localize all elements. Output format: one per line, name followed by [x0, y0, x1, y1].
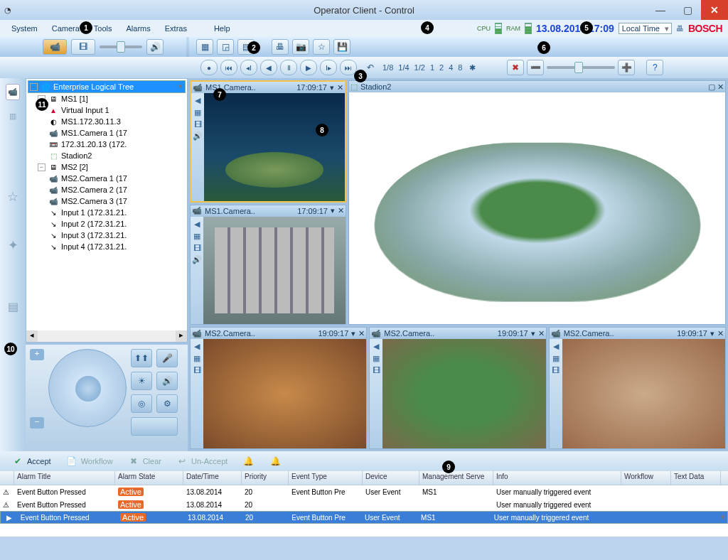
titlebar: ◔ Operator Client - Control — ▢ ✕ [0, 0, 728, 20]
menubar: System Camera Tools Alarms Extras Help C… [0, 20, 728, 37]
tree-item[interactable]: MS1.172.30.11.3 [61, 117, 121, 126]
minimize-button[interactable]: — [647, 0, 674, 20]
app-icon: ◔ [4, 6, 11, 15]
record-button[interactable]: ● [200, 60, 218, 75]
ptz-speaker[interactable]: 🔊 [156, 372, 178, 390]
ptz-plus-button[interactable]: + [30, 349, 44, 360]
tree-item[interactable]: Virtual Input 1 [61, 106, 109, 114]
tree-ms2[interactable]: MS2 [2] [61, 163, 88, 171]
tree-item[interactable]: Input 2 (172.31.21. [61, 220, 127, 228]
alarm-row[interactable]: ⚠Event Button PressedActive13.08.201420U… [0, 498, 728, 511]
live-mode-button[interactable]: 📹 [43, 39, 67, 55]
menu-system[interactable]: System [6, 23, 43, 34]
unaccept-button[interactable]: ↩Un-Accept [170, 453, 233, 469]
tab-ptz-icon[interactable]: ✦ [8, 237, 18, 253]
alarm-grid[interactable]: Alarm Title Alarm State Date/Time Priori… [0, 471, 728, 537]
ram-gauge [525, 23, 532, 34]
ptz-preset-select[interactable] [131, 417, 178, 436]
video-pane-5[interactable]: 📹MS2.Camera..19:09:17▾✕ ◀▦🎞 [369, 327, 546, 449]
video-pane-4[interactable]: 📹MS2.Camera..19:09:17▾✕ ◀▦🎞 [190, 327, 367, 449]
menu-alarms[interactable]: Alarms [121, 23, 156, 34]
tree-item[interactable]: Input 4 (172.31.21. [61, 242, 127, 251]
close-button[interactable]: ✕ [701, 0, 728, 20]
ptz-preset[interactable]: ◎ [131, 394, 152, 413]
tab-cameras-icon[interactable]: 📹 [6, 84, 20, 100]
speed-ticks[interactable]: 1/81/41/21248 [382, 63, 462, 72]
callout-1: 1 [80, 21, 92, 34]
snapshot-button[interactable]: 📷 [292, 39, 309, 55]
tree-item[interactable]: MS2.Camera 2 (17 [61, 185, 127, 194]
tree-ms1[interactable]: MS1 [1] [61, 95, 88, 103]
ptz-zoom-in[interactable]: ⬆⬆ [131, 349, 152, 367]
cpu-gauge [495, 23, 502, 34]
callout-11: 11 [36, 98, 48, 111]
remove-pane-button[interactable]: ✖ [507, 60, 524, 75]
bell-button[interactable]: 🔔 [263, 453, 287, 469]
video-pane-1[interactable]: 📹MS1.Camera..17:09:17▾✕ ◀▦🎞🔊 [190, 80, 346, 203]
ptz-iris-open[interactable]: ☀ [131, 372, 152, 390]
tree-item[interactable]: Input 3 (172.31.21. [61, 231, 127, 239]
callout-9: 9 [442, 461, 455, 473]
ptz-aux[interactable]: ⚙ [156, 394, 178, 413]
tree-hscroll[interactable]: ◂▸ [26, 330, 187, 342]
ptz-joystick[interactable] [48, 349, 127, 427]
callout-10: 10 [4, 343, 17, 355]
tab-favorites-icon[interactable]: ☆ [7, 189, 18, 205]
maximize-button[interactable]: ▢ [674, 0, 701, 20]
callout-8: 8 [316, 124, 328, 136]
replay-icon[interactable]: ↶ [367, 63, 374, 72]
callout-5: 5 [580, 21, 593, 34]
print-icon[interactable]: 🖶 [676, 24, 684, 33]
callout-3: 3 [354, 70, 367, 82]
step-back-button[interactable]: ◂Ⅰ [240, 60, 257, 75]
fewer-panes-button[interactable]: ➖ [527, 60, 544, 75]
timezone-select[interactable]: Local Time [619, 23, 672, 34]
callout-2: 2 [247, 41, 260, 54]
playback-mode-button[interactable]: 🎞 [71, 39, 95, 55]
tab-list-icon[interactable]: ▤ [8, 300, 18, 313]
brand-logo: BOSCH [688, 23, 722, 34]
layout-button-1[interactable]: ▦ [196, 39, 213, 55]
print-button[interactable]: 🖶 [272, 39, 289, 55]
tree-item[interactable]: MS2.Camera 1 (17 [61, 174, 127, 183]
tree-item[interactable]: Input 1 (172.31.21. [61, 208, 127, 217]
play-button[interactable]: ▶ [300, 60, 317, 75]
play-back-button[interactable]: ◀ [260, 60, 277, 75]
clear-button[interactable]: ✖Clear [122, 453, 167, 469]
map-pane-stadion2[interactable]: ⬚Stadion2▢ ✕ [348, 80, 726, 325]
tree-item[interactable]: MS1.Camera 1 (17 [61, 129, 127, 137]
video-pane-6[interactable]: 📹MS2.Camera..19:09:17▾✕ ◀▦🎞 [549, 327, 726, 449]
event-button[interactable]: 🔔 [236, 453, 260, 469]
tree-item[interactable]: 172.31.20.13 (172. [61, 140, 127, 149]
workflow-button[interactable]: 📄Workflow [60, 453, 119, 469]
pane-count-slider[interactable] [547, 66, 615, 69]
alarm-grid-header: Alarm Title Alarm State Date/Time Priori… [0, 471, 728, 485]
pause-button[interactable]: Ⅱ [280, 60, 297, 75]
menu-help[interactable]: Help [208, 23, 236, 34]
help-button[interactable]: ? [646, 60, 663, 75]
ptz-minus-button[interactable]: − [30, 417, 44, 429]
menu-tools[interactable]: Tools [88, 23, 118, 34]
logical-tree-pane: −🌐Enterprise Logical Tree −🖥MS1 [1] ▲Vir… [26, 78, 188, 343]
callout-7: 7 [213, 88, 226, 101]
rewind-fast-button[interactable]: ⏮ [220, 60, 237, 75]
tree-item[interactable]: MS2.Camera 3 (17 [61, 197, 127, 205]
video-pane-3[interactable]: 📹MS1.Camera..17:09:17▾✕ ◀▦🎞🔊 [190, 205, 346, 325]
favorite-button[interactable]: ☆ [313, 39, 330, 55]
audio-button[interactable]: 🔊 [146, 39, 164, 55]
alarm-row[interactable]: ⚠Event Button PressedActive13.08.201420E… [0, 485, 728, 498]
ptz-focus-near[interactable]: 🎤 [156, 349, 178, 367]
tab-maps-icon[interactable]: ▥ [9, 112, 16, 121]
logical-tree[interactable]: −🌐Enterprise Logical Tree −🖥MS1 [1] ▲Vir… [26, 79, 187, 330]
accept-button[interactable]: ✔Accept [6, 453, 57, 469]
step-fwd-button[interactable]: Ⅰ▸ [320, 60, 337, 75]
more-panes-button[interactable]: ➕ [618, 60, 635, 75]
volume-slider[interactable] [100, 45, 142, 48]
save-view-button[interactable]: 💾 [333, 39, 350, 55]
tree-root[interactable]: Enterprise Logical Tree [53, 82, 134, 91]
alarm-row-selected[interactable]: ▶Event Button PressedActive13.08.201420E… [0, 511, 728, 524]
menu-extras[interactable]: Extras [159, 23, 193, 34]
layout-button-2[interactable]: ◲ [217, 39, 234, 55]
tree-item[interactable]: Stadion2 [61, 151, 92, 160]
video-grid: 📹MS1.Camera..17:09:17▾✕ ◀▦🎞🔊 📹MS1.Camera… [188, 78, 728, 451]
